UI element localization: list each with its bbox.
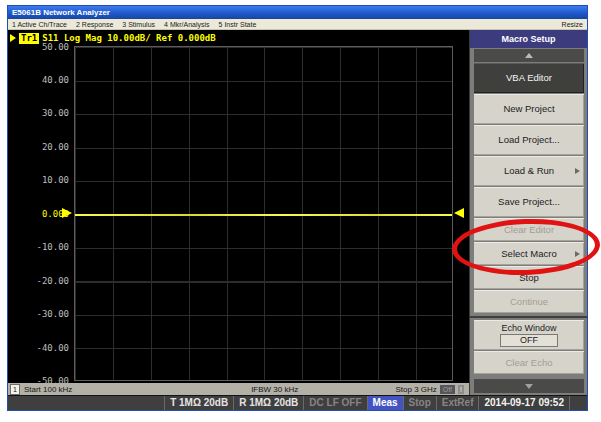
- y-tick-label: -50.00: [8, 376, 69, 383]
- channel-number-badge: 1: [10, 384, 20, 395]
- analyzer-window: E5061B Network Analyzer 1 Active Ch/Trac…: [7, 5, 588, 411]
- datetime-display: 2014-09-17 09:52: [478, 396, 569, 410]
- resize-control[interactable]: Resize: [562, 21, 583, 28]
- y-tick-label: -20.00: [8, 276, 69, 286]
- submenu-arrow-icon: [575, 251, 580, 257]
- status-end-pad: [569, 396, 587, 410]
- vba-editor-button[interactable]: VBA Editor: [474, 63, 584, 93]
- trace-level-marker-icon: [454, 208, 464, 218]
- ifbw-value: IFBW 30 kHz: [154, 385, 396, 394]
- plot-area: [74, 46, 453, 381]
- active-trace-arrow-icon: [10, 34, 16, 42]
- alert-badge: !: [458, 385, 464, 394]
- triangle-up-icon: [525, 53, 533, 58]
- screen-column: Tr1 S11 Log Mag 10.00dB/ Ref 0.000dB 50.…: [8, 30, 469, 395]
- extref-status: ExtRef: [436, 396, 479, 410]
- echo-window-state: OFF: [500, 334, 558, 347]
- load-and-run-button[interactable]: Load & Run: [474, 156, 584, 186]
- y-tick-label: -40.00: [8, 343, 69, 353]
- status-bar: T 1MΩ 20dB R 1MΩ 20dB DC LF OFF Meas Sto…: [8, 395, 587, 410]
- softkey-panel: Macro Setup VBA Editor New Project Load …: [469, 30, 587, 395]
- stop-button[interactable]: Stop: [474, 266, 584, 289]
- menu-bar: 1 Active Ch/Trace 2 Response 3 Stimulus …: [8, 19, 587, 30]
- clear-editor-button: Clear Editor: [474, 218, 584, 241]
- scroll-down-button[interactable]: [474, 379, 584, 393]
- correction-off-badge: Off: [440, 385, 455, 394]
- stop-frequency: Stop 3 GHz: [395, 385, 436, 394]
- menu-item-mkr-analysis[interactable]: 4 Mkr/Analysis: [164, 21, 210, 28]
- load-project-button[interactable]: Load Project...: [474, 125, 584, 155]
- softkey-menu-title: Macro Setup: [470, 30, 587, 48]
- trace-line: [75, 214, 452, 216]
- softkey-separator: [470, 316, 587, 318]
- y-tick-label: 50.00: [8, 42, 69, 52]
- window-titlebar: E5061B Network Analyzer: [8, 6, 587, 19]
- echo-window-button[interactable]: Echo Window OFF: [474, 320, 584, 350]
- y-tick-label-reference: 0.000: [8, 209, 69, 219]
- y-tick-label: -30.00: [8, 309, 69, 319]
- y-tick-label: 40.00: [8, 75, 69, 85]
- start-frequency: Start 100 kHz: [24, 385, 154, 394]
- window-title: E5061B Network Analyzer: [12, 8, 110, 17]
- main-area: Tr1 S11 Log Mag 10.00dB/ Ref 0.000dB 50.…: [8, 30, 587, 395]
- channel-bar-right: Stop 3 GHz Off !: [395, 385, 464, 394]
- clear-echo-button: Clear Echo: [474, 351, 584, 374]
- menu-item-instr-state[interactable]: 5 Instr State: [219, 21, 257, 28]
- select-macro-button[interactable]: Select Macro: [474, 242, 584, 265]
- reference-level-marker-icon: [62, 208, 72, 218]
- meas-status: Meas: [367, 396, 403, 410]
- echo-window-label: Echo Window: [501, 323, 556, 333]
- menu-item-stimulus[interactable]: 3 Stimulus: [122, 21, 155, 28]
- y-tick-label: 30.00: [8, 108, 69, 118]
- status-spacer: [8, 396, 164, 410]
- sweep-status: Stop: [403, 396, 436, 410]
- scroll-up-button[interactable]: [474, 49, 584, 62]
- menu-item-active-ch-trace[interactable]: 1 Active Ch/Trace: [12, 21, 67, 28]
- y-tick-label: 10.00: [8, 175, 69, 185]
- menu-item-response[interactable]: 2 Response: [76, 21, 113, 28]
- screenshot-canvas: E5061B Network Analyzer 1 Active Ch/Trac…: [0, 0, 601, 422]
- save-project-button[interactable]: Save Project...: [474, 187, 584, 217]
- instrument-screen: Tr1 S11 Log Mag 10.00dB/ Ref 0.000dB 50.…: [8, 30, 469, 383]
- r-port-status: R 1MΩ 20dB: [233, 396, 303, 410]
- dc-lf-status: DC LF OFF: [303, 396, 366, 410]
- submenu-arrow-icon: [575, 168, 580, 174]
- y-tick-label: -10.00: [8, 242, 69, 252]
- select-macro-label: Select Macro: [501, 248, 556, 259]
- y-tick-label: 20.00: [8, 142, 69, 152]
- load-and-run-label: Load & Run: [504, 165, 554, 176]
- t-port-status: T 1MΩ 20dB: [164, 396, 233, 410]
- continue-button: Continue: [474, 290, 584, 313]
- new-project-button[interactable]: New Project: [474, 94, 584, 124]
- channel-status-bar: 1 Start 100 kHz IFBW 30 kHz Stop 3 GHz O…: [8, 383, 469, 395]
- triangle-down-icon: [525, 384, 533, 389]
